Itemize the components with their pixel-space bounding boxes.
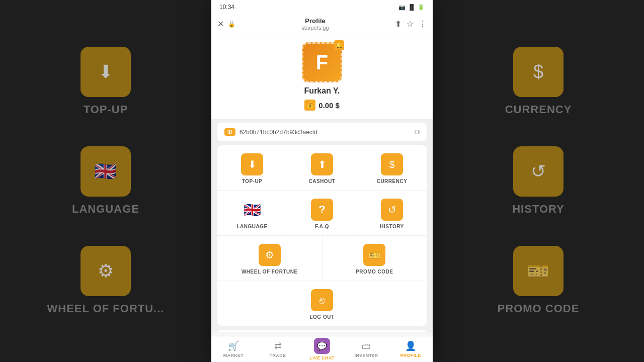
- bg-item-language: 🇬🇧 LANGUAGE: [72, 146, 139, 216]
- browser-chrome: ✕ 🔒 Profile starpets.gg ⬆ ☆ ⋮: [211, 14, 433, 34]
- wheel-icon: ⚙: [259, 244, 281, 266]
- notification-badge: 🔔: [334, 40, 344, 50]
- nav-livechat[interactable]: 💬 LIVE CHAT: [300, 336, 344, 362]
- promo-label: PROMO CODE: [356, 269, 393, 275]
- menu-item-wheel[interactable]: ⚙ WHEEL OF FORTUNE: [217, 236, 323, 281]
- browser-more-icon[interactable]: ⋮: [419, 19, 427, 29]
- bg-promo-icon: 🎫: [513, 246, 564, 296]
- wheel-label: WHEEL OF FORTUNE: [242, 269, 298, 275]
- trade-icon: ⇄: [274, 340, 282, 351]
- bg-item-currency: $ CURRENCY: [505, 47, 572, 116]
- bg-topup-label: TOP-UP: [84, 103, 128, 116]
- bg-currency-label: CURRENCY: [505, 103, 572, 116]
- browser-close-button[interactable]: ✕: [217, 19, 224, 29]
- livechat-icon: 💬: [314, 338, 330, 354]
- menu-item-history[interactable]: ↺ HISTORY: [357, 191, 427, 235]
- profile-label: PROFILE: [400, 353, 421, 358]
- promo-icon: 🎫: [363, 244, 385, 266]
- menu-row-2: 🇬🇧 LANGUAGE ? F.A.Q ↺ HISTORY: [217, 191, 427, 236]
- copy-icon[interactable]: ⧉: [415, 128, 420, 136]
- promo-overlay: That code gives you free x1 Wheel Roll: [217, 330, 427, 332]
- balance-row: 💰 0.00 $: [304, 100, 340, 111]
- cashout-icon: ⬆: [311, 153, 333, 175]
- status-icons: 📷 ▐▌ 🔋: [398, 4, 425, 11]
- menu-row-1: ⬇ TOP-UP ⬆ CASHOUT $ CURRENCY: [217, 145, 427, 191]
- bg-right-panel: $ CURRENCY ↺ HISTORY 🎫 PROMO CODE: [433, 0, 644, 362]
- history-label: HISTORY: [380, 224, 404, 229]
- menu-item-topup[interactable]: ⬇ TOP-UP: [217, 145, 287, 190]
- bg-wheel-icon: ⚙: [80, 246, 131, 296]
- market-icon: 🛒: [228, 340, 239, 351]
- currency-icon: $: [381, 153, 403, 175]
- status-bar: 10:34 📷 ▐▌ 🔋: [211, 0, 433, 14]
- menu-item-logout[interactable]: ⎋ LOG OUT: [270, 281, 374, 326]
- user-header: F 🔔 Furkan Y. 💰 0.00 $: [211, 34, 433, 119]
- balance-value: 0.00 $: [318, 101, 340, 110]
- faq-label: F.A.Q: [315, 224, 329, 229]
- bg-language-icon: 🇬🇧: [80, 146, 131, 197]
- topup-icon: ⬇: [241, 153, 263, 175]
- menu-item-currency[interactable]: $ CURRENCY: [357, 145, 427, 190]
- camera-icon: 📷: [398, 4, 406, 11]
- profile-icon: 👤: [405, 340, 416, 351]
- nav-profile[interactable]: 👤 PROFILE: [388, 336, 433, 362]
- nav-trade[interactable]: ⇄ TRADE: [256, 336, 300, 362]
- topup-label: TOP-UP: [242, 178, 263, 184]
- browser-domain: starpets.gg: [239, 25, 391, 31]
- bg-item-history: ↺ HISTORY: [512, 146, 565, 216]
- currency-label: CURRENCY: [377, 178, 408, 184]
- username: Furkan Y.: [304, 86, 340, 96]
- logout-label: LOG OUT: [309, 314, 334, 320]
- bg-item-promo: 🎫 PROMO CODE: [498, 246, 580, 315]
- bg-language-label: LANGUAGE: [72, 203, 139, 216]
- battery-icon: 🔋: [418, 4, 425, 11]
- bg-promo-label: PROMO CODE: [498, 302, 580, 315]
- id-badge: ID: [224, 128, 235, 136]
- menu-item-promo[interactable]: 🎫 PROMO CODE: [323, 236, 427, 281]
- browser-bookmark-icon[interactable]: ☆: [407, 19, 414, 29]
- inventor-icon: 🗃: [362, 341, 371, 351]
- browser-actions: ⬆ ☆ ⋮: [395, 19, 427, 29]
- nav-market[interactable]: 🛒 MARKET: [211, 336, 256, 362]
- phone-frame: 10:34 📷 ▐▌ 🔋 ✕ 🔒 Profile starpets.gg ⬆ ☆…: [211, 0, 433, 362]
- browser-url-bar[interactable]: Profile starpets.gg: [239, 17, 391, 31]
- profile-content: F 🔔 Furkan Y. 💰 0.00 $ ID 62b0b71bc0b2d7…: [211, 34, 433, 332]
- user-id: 62b0b71bc0b2d7b93c3aecfd: [239, 129, 411, 136]
- status-time: 10:34: [219, 4, 234, 11]
- bg-wheel-label: WHEEL OF FORTU...: [47, 302, 165, 315]
- inventor-label: INVENT0R: [355, 353, 378, 358]
- bg-item-topup: ⬇ TOP-UP: [80, 47, 131, 116]
- avatar-container: F 🔔: [302, 42, 342, 82]
- trade-label: TRADE: [270, 353, 286, 358]
- bg-item-wheel: ⚙ WHEEL OF FORTU...: [47, 246, 165, 315]
- livechat-label: LIVE CHAT: [309, 355, 335, 360]
- browser-lock-icon: 🔒: [228, 21, 235, 28]
- browser-share-icon[interactable]: ⬆: [395, 19, 401, 29]
- menu-item-language[interactable]: 🇬🇧 LANGUAGE: [217, 191, 287, 235]
- id-row: ID 62b0b71bc0b2d7b93c3aecfd ⧉: [217, 123, 427, 141]
- language-icon: 🇬🇧: [241, 199, 263, 221]
- bottom-nav: 🛒 MARKET ⇄ TRADE 💬 LIVE CHAT 🗃 INVENT0R …: [211, 336, 433, 362]
- cashout-label: CASHOUT: [309, 178, 336, 184]
- market-label: MARKET: [223, 353, 244, 358]
- faq-icon: ?: [311, 199, 333, 221]
- bg-history-label: HISTORY: [512, 203, 565, 216]
- nav-inventor[interactable]: 🗃 INVENT0R: [344, 336, 388, 362]
- bg-history-icon: ↺: [513, 146, 564, 197]
- menu-row-3: ⚙ WHEEL OF FORTUNE 🎫 PROMO CODE: [217, 236, 427, 281]
- bg-left-panel: ⬇ TOP-UP 🇬🇧 LANGUAGE ⚙ WHEEL OF FORTU...: [0, 0, 211, 362]
- wallet-icon: 💰: [304, 100, 315, 111]
- menu-item-cashout[interactable]: ⬆ CASHOUT: [287, 145, 357, 190]
- signal-icon: ▐▌: [408, 4, 416, 11]
- history-icon: ↺: [381, 199, 403, 221]
- bg-topup-icon: ⬇: [80, 47, 131, 97]
- bg-currency-icon: $: [513, 47, 564, 97]
- menu-grid: ⬇ TOP-UP ⬆ CASHOUT $ CURRENCY 🇬🇧 LANGUAG…: [217, 145, 427, 326]
- menu-row-4: ⎋ LOG OUT: [217, 281, 427, 326]
- menu-item-faq[interactable]: ? F.A.Q: [287, 191, 357, 235]
- language-label: LANGUAGE: [236, 224, 267, 229]
- browser-page-title: Profile: [239, 17, 391, 25]
- avatar-letter: F: [316, 51, 328, 74]
- logout-icon: ⎋: [311, 289, 333, 311]
